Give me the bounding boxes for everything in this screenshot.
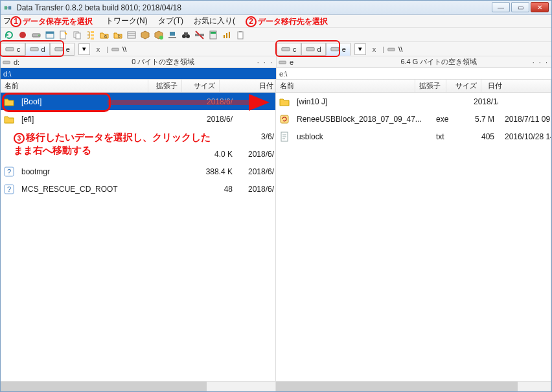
tb-calc-icon[interactable]	[207, 29, 219, 41]
left-drive-tabs: c d e	[1, 43, 75, 56]
svg-rect-38	[388, 48, 395, 51]
file-row[interactable]: ?MCS_RESCUE_CD_ROOT482018/6/	[1, 180, 275, 198]
tb-folder-b-icon[interactable]: b	[112, 29, 124, 41]
right-disk-icon[interactable]	[387, 45, 396, 54]
file-size: 405	[463, 132, 498, 141]
svg-text:?: ?	[7, 168, 11, 176]
file-size: 48	[199, 185, 236, 194]
minimize-button[interactable]: —	[492, 2, 510, 12]
left-col-ext[interactable]: 拡張子	[148, 80, 182, 92]
svg-rect-33	[55, 47, 63, 51]
file-row[interactable]: [Boot]2018/6/	[1, 93, 275, 110]
tb-disconnect-icon[interactable]	[194, 29, 205, 41]
left-col-name[interactable]: 名前	[1, 80, 148, 92]
file-row[interactable]: 4.0 K2018/6/	[1, 145, 275, 163]
tb-copy-icon[interactable]	[71, 29, 83, 41]
tb-stop-icon[interactable]	[17, 29, 29, 41]
close-button[interactable]: ✕	[531, 2, 549, 12]
left-disk-icon[interactable]	[111, 45, 120, 54]
right-drive-tabs: c d e	[277, 43, 351, 56]
tb-net-icon[interactable]	[167, 29, 178, 41]
tb-chart-icon[interactable]	[221, 29, 233, 41]
left-tab-close[interactable]: x	[97, 45, 100, 53]
svg-rect-28	[229, 32, 230, 38]
tb-tree-icon[interactable]	[85, 29, 97, 41]
exe-icon	[279, 113, 290, 125]
file-row[interactable]: [efi]2018/6/	[1, 110, 275, 128]
file-name: [Boot]	[17, 97, 165, 106]
tb-package2-icon[interactable]	[153, 29, 165, 41]
tb-harddisk-icon[interactable]	[30, 29, 42, 41]
left-drive-dropdown[interactable]: ▾	[78, 43, 90, 55]
help-icon: ?	[3, 183, 15, 195]
menu-tab[interactable]: タブ(T)	[158, 16, 183, 27]
svg-rect-11	[91, 34, 94, 36]
tb-clipboard-icon[interactable]	[235, 29, 246, 41]
svg-rect-34	[112, 48, 119, 51]
tb-view-icon[interactable]	[126, 29, 137, 41]
right-drive-d[interactable]: d	[301, 43, 326, 56]
svg-rect-31	[6, 47, 14, 51]
right-col-date[interactable]: 日付	[481, 80, 552, 92]
svg-rect-30	[239, 31, 242, 32]
tb-refresh-icon[interactable]	[3, 29, 15, 41]
file-row[interactable]: ReneeUSBBlock_2018_07_09_47...exe5.7 M20…	[276, 110, 551, 128]
file-size: 2018/1/24 09:05:34d-----	[463, 97, 498, 106]
right-drive-c[interactable]: c	[277, 43, 301, 56]
svg-rect-18	[168, 37, 176, 38]
menu-network[interactable]: トワーク(N)	[106, 16, 148, 27]
right-path[interactable]: e:\	[276, 68, 551, 79]
left-hscrollbar[interactable]	[1, 381, 275, 391]
tb-binoculars-icon[interactable]	[180, 29, 192, 41]
menu-file-fragment[interactable]: フ	[3, 16, 11, 27]
tb-folder-a-icon[interactable]: a	[98, 29, 110, 41]
file-row[interactable]: 3/6/	[1, 128, 275, 145]
right-root[interactable]: \\	[398, 45, 402, 53]
menu-favorites[interactable]: お気に入り(	[194, 16, 235, 27]
tb-window-icon[interactable]	[44, 29, 56, 41]
file-ext: txt	[432, 132, 463, 141]
right-file-list[interactable]: [win10 J]2018/1/24 09:05:34d-----ReneeUS…	[276, 93, 551, 381]
right-drive-label: e	[287, 58, 345, 66]
file-row[interactable]: [win10 J]2018/1/24 09:05:34d-----	[276, 93, 551, 110]
maximize-button[interactable]: ▭	[511, 2, 529, 12]
file-date: 2018/6/	[236, 185, 275, 194]
left-col-size[interactable]: サイズ	[182, 80, 220, 92]
file-row[interactable]: usblocktxt4052016/10/28 14:59:00--a---	[276, 128, 551, 145]
tb-new-icon[interactable]	[58, 29, 69, 41]
right-info-dots[interactable]: · · ·	[533, 58, 551, 66]
left-col-date[interactable]: 日付	[220, 80, 275, 92]
left-drive-e[interactable]: e	[50, 43, 75, 56]
path-row: d:\ e:\	[1, 68, 551, 80]
file-name: [win10 J]	[293, 97, 432, 106]
right-col-name[interactable]: 名前	[276, 80, 415, 92]
svg-rect-1	[8, 6, 11, 9]
right-hscrollbar[interactable]	[276, 381, 551, 391]
file-date: 2018/6/	[203, 115, 234, 124]
left-drive-d[interactable]: d	[25, 43, 50, 56]
svg-rect-7	[60, 31, 65, 39]
svg-rect-26	[224, 35, 225, 38]
right-col-ext[interactable]: 拡張子	[415, 80, 446, 92]
file-size: 2018/6/	[199, 97, 236, 106]
left-root[interactable]: \\	[122, 45, 126, 53]
svg-point-16	[159, 36, 163, 40]
left-file-list[interactable]: 3移行したいデータを選択し、クリックした まま右へ移動する [Boot]2018…	[1, 93, 275, 381]
right-drive-dropdown[interactable]: ▾	[354, 43, 366, 55]
left-drive-c[interactable]: c	[1, 43, 25, 56]
svg-point-4	[38, 34, 40, 36]
left-info-dots[interactable]: · · ·	[257, 58, 276, 66]
file-name: usblock	[293, 132, 432, 141]
file-date: 2016/10/28 14:59:00	[498, 132, 551, 141]
file-name: bootmgr	[17, 167, 165, 176]
file-ext: exe	[432, 115, 463, 124]
left-path[interactable]: d:\	[1, 68, 276, 79]
right-col-size[interactable]: サイズ	[446, 80, 481, 92]
right-tab-close[interactable]: x	[373, 45, 376, 53]
file-row[interactable]: ?bootmgr388.4 K2018/6/	[1, 163, 275, 180]
svg-point-2	[19, 32, 26, 38]
none-icon	[3, 131, 15, 143]
right-drive-e[interactable]: e	[326, 43, 351, 56]
tb-package-icon[interactable]	[139, 29, 151, 41]
svg-rect-39	[3, 61, 10, 63]
